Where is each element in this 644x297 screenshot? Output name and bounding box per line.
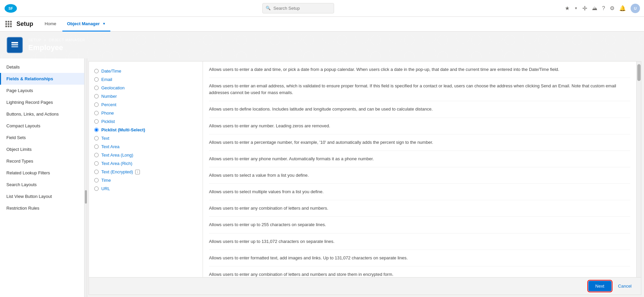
object-icon	[7, 37, 23, 53]
label-datetime[interactable]: Date/Time	[101, 69, 121, 74]
field-item-picklist-multi[interactable]: Picklist (Multi-Select)	[93, 126, 199, 134]
field-item-picklist[interactable]: Picklist	[93, 117, 199, 126]
chevron-down-icon: ▼	[102, 22, 106, 26]
help-feed-icon[interactable]: ⛰	[592, 5, 597, 11]
sidebar-nav-list: Details Fields & Relationships Page Layo…	[0, 58, 87, 217]
tab-home[interactable]: Home	[40, 17, 61, 32]
main-content: Details Fields & Relationships Page Layo…	[0, 58, 644, 297]
field-item-percent[interactable]: Percent	[93, 100, 199, 109]
next-button[interactable]: Next	[588, 281, 611, 291]
favorites-dropdown-icon[interactable]: ▼	[574, 6, 578, 10]
label-geolocation[interactable]: Geolocation	[101, 85, 124, 90]
sidebar-item-fields-relationships[interactable]: Fields & Relationships	[0, 73, 87, 85]
label-text[interactable]: Text	[101, 136, 109, 141]
field-item-datetime[interactable]: Date/Time	[93, 67, 199, 75]
favorites-icon[interactable]: ★	[565, 5, 570, 11]
field-item-email[interactable]: Email	[93, 75, 199, 84]
sidebar-item-object-limits[interactable]: Object Limits	[0, 143, 87, 155]
sidebar-item-details[interactable]: Details	[0, 61, 87, 73]
sidebar-item-related-lookup-filters[interactable]: Related Lookup Filters	[0, 167, 87, 179]
field-item-textarea[interactable]: Text Area	[93, 142, 199, 151]
desc-picklist: Allows users to select a value from a li…	[209, 172, 630, 184]
svg-rect-2	[11, 46, 18, 47]
radio-geolocation[interactable]	[94, 86, 99, 90]
radio-email[interactable]	[94, 77, 99, 82]
radio-time[interactable]	[94, 178, 99, 182]
svg-text:SF: SF	[8, 7, 13, 10]
label-phone[interactable]: Phone	[101, 111, 114, 116]
sidebar-item-record-types[interactable]: Record Types	[0, 155, 87, 167]
sidebar-item-compact-layouts[interactable]: Compact Layouts	[0, 120, 87, 132]
app-name: Setup	[16, 20, 33, 28]
field-item-time[interactable]: Time	[93, 176, 199, 184]
search-container: 🔍	[258, 0, 386, 17]
tab-object-manager[interactable]: Object Manager ▼	[62, 17, 110, 32]
field-item-phone[interactable]: Phone	[93, 109, 199, 117]
radio-picklist[interactable]	[94, 119, 99, 124]
salesforce-logo[interactable]: SF	[4, 2, 17, 15]
top-nav-right: ★ ▼ ✛ ⛰ ? ⚙ 🔔 U	[565, 4, 640, 13]
sidebar-item-field-sets[interactable]: Field Sets	[0, 132, 87, 143]
field-item-text[interactable]: Text	[93, 134, 199, 142]
sidebar-item-page-layouts[interactable]: Page Layouts	[0, 85, 87, 96]
field-item-text-encrypted[interactable]: Text (Encrypted) i	[93, 168, 199, 176]
breadcrumb-setup[interactable]: SETUP	[28, 38, 41, 42]
user-avatar[interactable]: U	[631, 4, 640, 13]
sidebar-item-lightning-record-pages[interactable]: Lightning Record Pages	[0, 96, 87, 108]
label-time[interactable]: Time	[101, 178, 111, 183]
cancel-button[interactable]: Cancel	[614, 281, 636, 291]
radio-text[interactable]	[94, 136, 99, 140]
desc-textarea-rich: Allows users to enter formatted text, ad…	[209, 255, 630, 266]
search-icon: 🔍	[266, 6, 271, 10]
field-item-textarea-long[interactable]: Text Area (Long)	[93, 151, 199, 159]
radio-picklist-multi[interactable]	[94, 128, 99, 132]
content-scrollbar	[636, 61, 641, 277]
field-selection-area: Date/Time Email Geolocation Number Perce…	[89, 61, 641, 277]
radio-datetime[interactable]	[94, 69, 99, 73]
sidebar-item-list-view-button-layout[interactable]: List View Button Layout	[0, 190, 87, 202]
label-email[interactable]: Email	[101, 77, 112, 82]
info-icon-text-encrypted[interactable]: i	[135, 170, 140, 174]
app-launcher-icon[interactable]	[5, 21, 12, 27]
radio-textarea-long[interactable]	[94, 153, 99, 157]
label-textarea-rich[interactable]: Text Area (Rich)	[101, 161, 132, 166]
svg-rect-3	[11, 44, 18, 45]
label-textarea-long[interactable]: Text Area (Long)	[101, 153, 133, 158]
label-picklist[interactable]: Picklist	[101, 119, 115, 124]
svg-rect-4	[11, 42, 18, 43]
desc-number: Allows users to enter any number. Leadin…	[209, 123, 630, 134]
breadcrumb-separator: >	[44, 38, 47, 42]
content-panel: Date/Time Email Geolocation Number Perce…	[89, 61, 641, 295]
label-text-encrypted[interactable]: Text (Encrypted)	[101, 169, 133, 174]
radio-url[interactable]	[94, 186, 99, 191]
sidebar-item-search-layouts[interactable]: Search Layouts	[0, 179, 87, 190]
field-item-number[interactable]: Number	[93, 92, 199, 100]
label-picklist-multi[interactable]: Picklist (Multi-Select)	[101, 127, 145, 132]
radio-textarea[interactable]	[94, 144, 99, 149]
label-textarea[interactable]: Text Area	[101, 144, 119, 149]
field-item-url[interactable]: URL	[93, 184, 199, 193]
label-number[interactable]: Number	[101, 94, 117, 99]
sidebar: Details Fields & Relationships Page Layo…	[0, 58, 87, 297]
settings-icon[interactable]: ⚙	[610, 5, 614, 11]
radio-number[interactable]	[94, 94, 99, 98]
add-icon[interactable]: ✛	[582, 5, 587, 12]
field-item-geolocation[interactable]: Geolocation	[93, 84, 199, 92]
field-descriptions: Allows users to enter a date and time, o…	[203, 61, 636, 277]
sidebar-item-restriction-rules[interactable]: Restriction Rules	[0, 202, 87, 214]
label-percent[interactable]: Percent	[101, 102, 116, 107]
breadcrumb-object-manager[interactable]: OBJECT MANAGER	[49, 38, 85, 42]
label-url[interactable]: URL	[101, 186, 110, 191]
notifications-icon[interactable]: 🔔	[619, 5, 626, 11]
help-icon[interactable]: ?	[602, 5, 605, 11]
field-item-textarea-rich[interactable]: Text Area (Rich)	[93, 159, 199, 168]
radio-textarea-rich[interactable]	[94, 161, 99, 166]
radio-percent[interactable]	[94, 102, 99, 107]
radio-phone[interactable]	[94, 111, 99, 115]
desc-geolocation: Allows users to define locations. Includ…	[209, 106, 630, 118]
desc-picklist-multi: Allows users to select multiple values f…	[209, 188, 630, 200]
sidebar-scrollbar	[84, 58, 87, 297]
search-input[interactable]	[262, 3, 334, 13]
radio-text-encrypted[interactable]	[94, 170, 99, 174]
sidebar-item-buttons-links-actions[interactable]: Buttons, Links, and Actions	[0, 108, 87, 120]
